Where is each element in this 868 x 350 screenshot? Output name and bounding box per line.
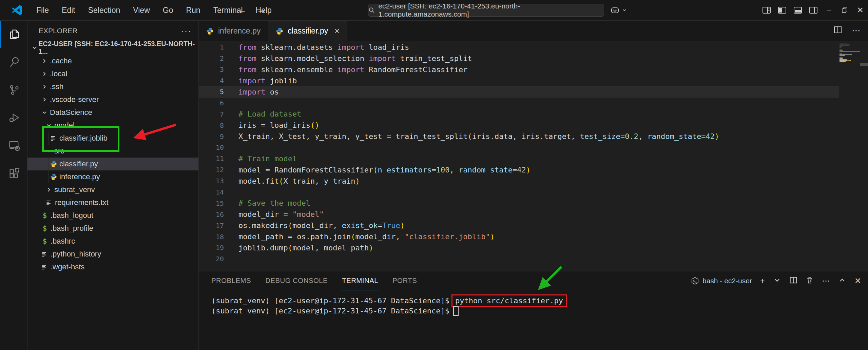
code-text: model_path = os.path.join(model_dir, "cl… [238, 232, 495, 241]
tree-item-requirements.txt[interactable]: requirements.txt [27, 196, 198, 209]
close-tab-icon[interactable]: × [334, 26, 340, 36]
code-editor[interactable]: 1from sklearn.datasets import load_iris2… [199, 41, 868, 271]
code-line-11[interactable]: 11# Train model [199, 153, 839, 164]
panel-tab-debug-console[interactable]: DEBUG CONSOLE [265, 271, 328, 290]
panel-tab-problems[interactable]: PROBLEMS [211, 271, 251, 290]
code-line-2[interactable]: 2from sklearn.model_selection import tra… [199, 53, 839, 64]
code-line-1[interactable]: 1from sklearn.datasets import load_iris [199, 42, 839, 53]
tree-item-.ssh[interactable]: .ssh [27, 80, 198, 93]
code-token: ) [355, 177, 360, 185]
code-line-7[interactable]: 7# Load dataset [199, 108, 839, 120]
code-line-13[interactable]: 13model.fit(X_train, y_train) [199, 176, 839, 187]
code-token: iris.data, iris.target, [472, 132, 580, 141]
tree-item-.bash_profile[interactable]: $.bash_profile [27, 222, 198, 235]
run-and-debug-icon[interactable] [0, 104, 27, 131]
menu-run[interactable]: Run [179, 6, 207, 15]
close-panel-icon[interactable]: ✕ [854, 276, 861, 286]
minimize-button[interactable]: – [821, 0, 837, 20]
panel-tab-ports[interactable]: PORTS [392, 271, 417, 290]
source-control-icon[interactable] [0, 76, 27, 104]
code-token: sklearn.ensemble [261, 65, 337, 74]
code-line-12[interactable]: 12model = RandomForestClassifier(n_estim… [199, 164, 839, 176]
code-line-4[interactable]: 4import joblib [199, 75, 839, 86]
toggle-panel-icon[interactable] [790, 0, 806, 20]
code-line-5[interactable]: 5import os [199, 86, 839, 98]
code-line-16[interactable]: 16model_dir = "model" [199, 209, 839, 220]
tab-inference.py[interactable]: inference.py [199, 20, 268, 41]
tree-item-.python_history[interactable]: .python_history [27, 248, 198, 261]
tree-item-.wget-hsts[interactable]: .wget-hsts [27, 261, 198, 273]
customize-layout-icon[interactable] [759, 0, 774, 20]
remote-explorer-icon[interactable] [0, 131, 27, 159]
terminal-dropdown-icon[interactable] [773, 276, 781, 286]
explorer-icon[interactable] [0, 20, 27, 48]
panel-tab-terminal[interactable]: TERMINAL [342, 271, 378, 290]
code-line-3[interactable]: 3from sklearn.ensemble import RandomFore… [199, 64, 839, 75]
kill-terminal-icon[interactable] [806, 276, 814, 286]
restore-button[interactable] [837, 0, 852, 20]
explorer-more-actions-icon[interactable]: ··· [181, 26, 192, 36]
code-token: = [432, 166, 436, 174]
minimap-line [840, 45, 860, 45]
nav-back-button[interactable]: ← [237, 5, 247, 16]
toggle-secondary-sidebar-icon[interactable] [806, 0, 821, 20]
menu-selection[interactable]: Selection [82, 6, 127, 15]
terminal-session-label[interactable]: bash - ec2-user [691, 277, 752, 285]
code-line-15[interactable]: 15# Save the model [199, 198, 839, 209]
minimap-line [840, 47, 860, 47]
title-bar: FileEditSelectionViewGoRunTerminalHelp ←… [0, 0, 868, 21]
code-line-18[interactable]: 18model_path = os.path.join(model_dir, "… [199, 231, 839, 242]
code-line-14[interactable]: 14 [199, 187, 839, 198]
tree-item-.cache[interactable]: .cache [27, 55, 198, 67]
tree-item-DataScience[interactable]: DataScience [27, 106, 198, 119]
code-line-8[interactable]: 8iris = load_iris() [199, 120, 839, 131]
tree-item-subrat_venv[interactable]: subrat_venv [27, 183, 198, 196]
code-line-10[interactable]: 10 [199, 142, 839, 153]
search-icon[interactable] [0, 48, 27, 76]
split-editor-icon[interactable] [833, 25, 842, 36]
code-line-9[interactable]: 9X_train, X_test, y_train, y_test = trai… [199, 131, 839, 142]
code-line-19[interactable]: 19joblib.dump(model, model_path) [199, 242, 839, 253]
indent-guide [48, 170, 49, 183]
line-number: 9 [199, 132, 238, 141]
code-line-17[interactable]: 17os.makedirs(model_dir, exist_ok=True) [199, 220, 839, 231]
new-terminal-button[interactable]: + [760, 276, 765, 286]
menu-go[interactable]: Go [156, 6, 180, 15]
tree-item-classifier.py[interactable]: classifier.py [27, 158, 198, 170]
code-token: iris = load_iris [238, 121, 310, 129]
tab-classifier.py[interactable]: classifier.py× [268, 20, 347, 41]
editor-scrollbar[interactable] [860, 41, 868, 271]
copilot-icon[interactable] [611, 6, 619, 15]
toggle-sidebar-icon[interactable] [774, 0, 790, 20]
split-terminal-icon[interactable] [789, 276, 797, 286]
tree-item-.local[interactable]: .local [27, 67, 198, 80]
editor-more-actions-icon[interactable]: ⋯ [852, 25, 861, 36]
code-line-20[interactable]: 20 [199, 253, 839, 265]
tree-item-.bashrc[interactable]: $.bashrc [27, 235, 198, 248]
chevron-right-icon [40, 83, 49, 91]
chevron-down-icon[interactable] [622, 8, 627, 13]
close-window-button[interactable]: ✕ [852, 0, 868, 20]
code-line-6[interactable]: 6 [199, 97, 839, 108]
code-token: , [638, 132, 648, 141]
panel-more-actions-icon[interactable]: ⋯ [822, 276, 830, 286]
menu-view[interactable]: View [127, 6, 156, 15]
extensions-icon[interactable] [0, 159, 27, 187]
code-token: os.makedirs [238, 221, 288, 230]
workspace-section-header[interactable]: EC2-USER [SSH: EC2-16-170-41-253.EU-NORT… [27, 41, 198, 54]
nav-forward-button[interactable]: → [256, 5, 266, 16]
line-number: 12 [199, 166, 238, 174]
menu-file[interactable]: File [30, 6, 55, 15]
tree-item-.vscode-server[interactable]: .vscode-server [27, 93, 198, 106]
command-center[interactable]: ec2-user [SSH: ec2-16-170-41-253.eu-nort… [368, 4, 604, 17]
code-text: X_train, X_test, y_train, y_test = train… [238, 132, 719, 141]
terminal-output[interactable]: (subrat_venv) [ec2-user@ip-172-31-45-67 … [211, 296, 567, 316]
maximize-panel-icon[interactable] [838, 276, 846, 286]
minimap-line [840, 60, 860, 61]
minimap-line [840, 59, 860, 60]
code-token: ) [369, 244, 373, 252]
tree-item-.bash_logout[interactable]: $.bash_logout [27, 209, 198, 222]
minimap[interactable] [840, 43, 860, 63]
menu-edit[interactable]: Edit [55, 6, 82, 15]
tree-item-inference.py[interactable]: inference.py [27, 170, 198, 183]
